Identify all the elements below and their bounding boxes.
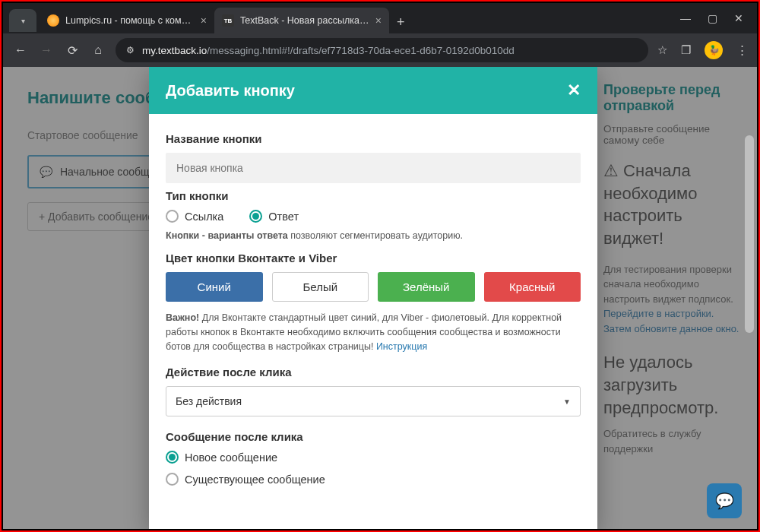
- radio-icon: [249, 210, 262, 223]
- select-value: Без действия: [176, 395, 242, 407]
- radio-label: Новое сообщение: [185, 451, 277, 464]
- radio-icon: [166, 473, 179, 486]
- button-name-input[interactable]: [166, 153, 581, 183]
- reload-icon[interactable]: ⟳: [64, 43, 81, 58]
- close-window-icon[interactable]: ✕: [734, 12, 743, 24]
- modal-title: Добавить кнопку: [166, 82, 295, 100]
- radio-type-reply[interactable]: Ответ: [249, 210, 299, 223]
- color-red-button[interactable]: Красный: [484, 272, 581, 302]
- profile-avatar[interactable]: 🦆: [705, 41, 723, 59]
- msg-after-label: Сообщение после клика: [166, 430, 581, 443]
- radio-msg-new[interactable]: Новое сообщение: [166, 451, 581, 464]
- action-select[interactable]: Без действия ▼: [166, 386, 581, 416]
- new-tab-button[interactable]: +: [397, 14, 405, 30]
- minimize-icon[interactable]: —: [680, 12, 691, 24]
- name-label: Название кнопки: [166, 132, 581, 145]
- extensions-icon[interactable]: ❐: [681, 43, 691, 57]
- tab-search-button[interactable]: ▾: [9, 9, 36, 32]
- menu-icon[interactable]: ⋮: [736, 43, 748, 57]
- color-green-button[interactable]: Зелёный: [378, 272, 475, 302]
- close-icon[interactable]: ×: [201, 14, 207, 27]
- radio-msg-existing[interactable]: Существующее сообщение: [166, 473, 581, 486]
- radio-icon: [166, 451, 179, 464]
- close-icon[interactable]: ×: [375, 14, 382, 27]
- site-settings-icon[interactable]: ⚙: [126, 45, 135, 55]
- forward-icon[interactable]: →: [38, 43, 55, 57]
- scrollbar-thumb[interactable]: [745, 135, 754, 333]
- color-blue-button[interactable]: Синий: [166, 272, 263, 302]
- type-hint: Кнопки - варианты ответа позволяют сегме…: [166, 230, 581, 241]
- add-button-modal: Добавить кнопку ✕ Название кнопки Тип кн…: [149, 67, 597, 529]
- url-domain: my.textback.io: [142, 45, 207, 56]
- radio-icon: [166, 210, 179, 223]
- back-icon[interactable]: ←: [12, 43, 29, 57]
- chevron-down-icon: ▼: [563, 397, 571, 406]
- radio-type-link[interactable]: Ссылка: [166, 210, 223, 223]
- url-path: /messaging.html#!/drafts/ef7718d3-70da-e…: [207, 45, 515, 56]
- type-label: Тип кнопки: [166, 189, 581, 202]
- window-controls: — ▢ ✕: [667, 12, 757, 24]
- url-input[interactable]: ⚙ my.textback.io/messaging.html#!/drafts…: [116, 38, 648, 62]
- radio-label: Ссылка: [185, 211, 223, 223]
- bookmark-icon[interactable]: ☆: [657, 43, 667, 57]
- color-note: Важно! Для Вконтакте стандартный цвет си…: [166, 311, 581, 353]
- browser-address-bar: ← → ⟳ ⌂ ⚙ my.textback.io/messaging.html#…: [3, 33, 757, 67]
- modal-close-icon[interactable]: ✕: [567, 81, 581, 100]
- color-white-button[interactable]: Белый: [272, 272, 369, 302]
- support-chat-button[interactable]: 💬: [707, 483, 742, 518]
- favicon-icon: TB: [222, 14, 234, 27]
- favicon-icon: [47, 14, 59, 27]
- radio-label: Ответ: [268, 211, 299, 223]
- home-icon[interactable]: ⌂: [90, 43, 106, 57]
- action-label: Действие после клика: [166, 366, 581, 378]
- instruction-link[interactable]: Инструкция: [376, 341, 427, 352]
- radio-label: Существующее сообщение: [185, 473, 325, 486]
- maximize-icon[interactable]: ▢: [708, 12, 717, 24]
- browser-tab-2[interactable]: TB TextBack - Новая рассылка Te ×: [214, 8, 389, 33]
- browser-tab-1[interactable]: Lumpics.ru - помощь с компью ×: [40, 8, 214, 33]
- browser-titlebar: ▾ Lumpics.ru - помощь с компью × TB Text…: [3, 3, 757, 33]
- tab-title: TextBack - Новая рассылка Te: [240, 15, 369, 26]
- page-scrollbar[interactable]: [745, 135, 754, 521]
- color-label: Цвет кнопки Вконтакте и Viber: [166, 252, 581, 264]
- tab-title: Lumpics.ru - помощь с компью: [65, 15, 195, 26]
